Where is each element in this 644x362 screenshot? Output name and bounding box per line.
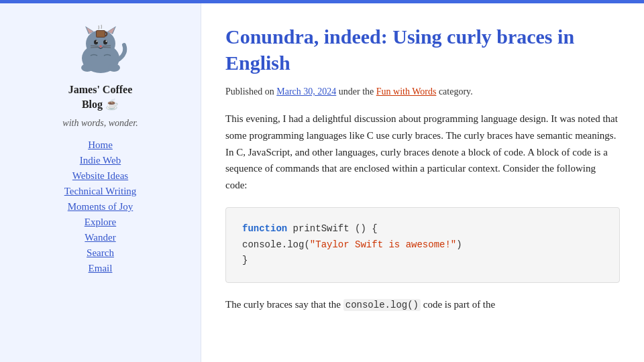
code-line1-rest: printSwift () { [287, 223, 377, 234]
inline-code: console.log() [343, 299, 421, 311]
sidebar-item-email[interactable]: Email [89, 263, 113, 274]
sidebar-item-explore[interactable]: Explore [85, 217, 116, 228]
svg-point-7 [103, 40, 107, 45]
blog-title: James' Coffee Blog ☕ [68, 82, 133, 113]
published-prefix: Published on [225, 86, 274, 97]
sidebar: James' Coffee Blog ☕ with words, wonder.… [0, 3, 201, 362]
sidebar-item-search[interactable]: Search [87, 247, 114, 259]
under-the-text: under the [339, 86, 376, 97]
sidebar-item-indie-web[interactable]: Indie Web [80, 155, 121, 166]
category-link[interactable]: Fun with Words [376, 86, 437, 97]
sidebar-nav: Home Indie Web Website Ideas Technical W… [0, 139, 201, 274]
svg-point-8 [96, 41, 97, 42]
sidebar-item-home[interactable]: Home [88, 139, 113, 151]
article-body-paragraph1: This evening, I had a delightful discuss… [225, 111, 620, 194]
category-suffix: category. [439, 86, 473, 97]
body2-start: The curly braces say that the [225, 299, 343, 310]
article-title: Conundra, indeed: Using curly braces in … [225, 23, 620, 76]
sidebar-item-wander[interactable]: Wander [85, 232, 115, 243]
avatar [70, 17, 131, 77]
code-line-2: console.log("Taylor Swift is awesome!") [242, 237, 603, 253]
sidebar-item-moments-of-joy[interactable]: Moments of Joy [68, 201, 133, 213]
svg-point-10 [99, 46, 102, 48]
sidebar-item-website-ideas[interactable]: Website Ideas [72, 170, 128, 182]
blog-tagline: with words, wonder. [62, 118, 138, 129]
svg-line-14 [103, 48, 111, 48]
layout: James' Coffee Blog ☕ with words, wonder.… [0, 3, 644, 362]
code-line-1: function printSwift () { [242, 221, 603, 237]
svg-point-6 [94, 40, 98, 45]
code-string: "Taylor Swift is awesome!" [310, 239, 456, 250]
code-line2-consolelog: console.log( [242, 239, 310, 250]
svg-point-17 [81, 64, 93, 72]
svg-point-18 [108, 64, 120, 72]
svg-rect-16 [97, 31, 105, 37]
article-body-paragraph2: The curly braces say that the console.lo… [225, 296, 620, 313]
keyword-function: function [242, 223, 287, 234]
article-meta: Published on March 30, 2024 under the Fu… [225, 86, 620, 97]
code-line-3: } [242, 253, 603, 269]
code-closing-brace: } [242, 255, 248, 265]
body2-end: code is part of the [421, 299, 495, 310]
svg-line-12 [91, 48, 99, 48]
svg-point-9 [105, 41, 107, 42]
published-date-link[interactable]: March 30, 2024 [276, 86, 336, 97]
code-block: function printSwift () { console.log("Ta… [225, 207, 620, 283]
sidebar-item-technical-writing[interactable]: Technical Writing [64, 186, 137, 197]
main-content: Conundra, indeed: Using curly braces in … [201, 3, 644, 362]
code-line2-close: ) [456, 239, 462, 250]
